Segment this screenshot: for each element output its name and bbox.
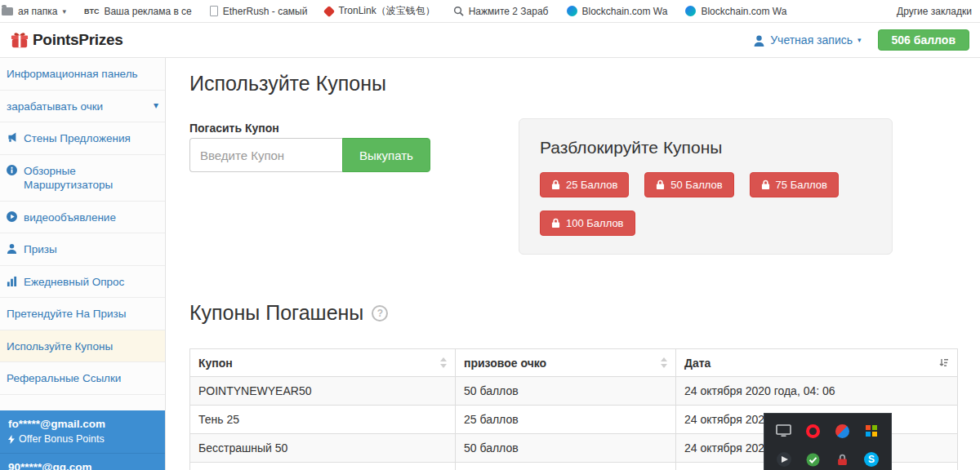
skype-icon[interactable] [857,448,886,470]
account-block[interactable]: 90*****@qq.com Offer Bonus Points [0,454,165,470]
bookmark-label: Blockchain.com Wa [701,6,786,17]
lock-icon [761,180,770,190]
bookmark-item[interactable]: Blockchain.com Wa [567,6,668,17]
bookmark-item[interactable]: EtherRush - самый [210,6,308,17]
unlock-card-title: Разблокируйте Купоны [540,138,871,157]
redeem-coupon-label: Погасить Купон [189,122,279,135]
bookmark-item[interactable]: BTC Ваша реклама в се [84,6,192,17]
points-badge[interactable]: 506 баллов [878,29,969,51]
bolt-icon [8,435,15,444]
cell-coupon: POINTYNEWYEAR50 [190,377,456,406]
cell-coupon: Бесстрашный 50 [190,434,456,463]
main-content: Используйте Купоны Погасить Купон Выкупа… [166,58,980,470]
colored-app-icon[interactable] [828,419,858,442]
unlock-75-button[interactable]: 75 Баллов [750,172,839,197]
sidebar-accounts: fo*****@gmail.com Offer Bonus Points 90*… [0,410,165,470]
account-block[interactable]: fo*****@gmail.com Offer Bonus Points [0,410,165,454]
column-header-coupon[interactable]: Купон [190,349,456,377]
redeem-group: Выкупать [189,138,430,172]
unlock-coupons-card: Разблокируйте Купоны 25 Баллов 50 Баллов… [519,118,893,255]
column-header-points[interactable]: призовое очко [456,349,676,377]
sidebar-item-label: Используйте Купоны [7,339,113,354]
sort-amount-icon [939,358,949,368]
blockchain-icon [567,6,577,16]
green-check-icon[interactable] [799,448,828,470]
sidebar-item-use-coupons[interactable]: Используйте Купоны [0,330,165,363]
sort-both-icon [440,357,447,368]
bookmark-item[interactable]: Нажмите 2 Зараб [453,6,549,17]
unlock-100-button[interactable]: 100 Баллов [540,211,635,236]
btc-icon: BTC [84,7,100,16]
sidebar-item-label: видеообъявление [24,211,116,225]
account-menu[interactable]: Учетная запись ▾ [753,33,861,47]
bookmarks-bar: ая папка ▾ BTC Ваша реклама в се EtherRu… [0,0,980,23]
opera-icon[interactable] [799,419,828,442]
sidebar-item-label: Информационная панель [7,67,138,82]
sort-both-icon [661,357,667,368]
cell-points: 50 баллов [456,434,676,463]
cell-coupon: Тень 25 [190,406,456,434]
unlock-50-button[interactable]: 50 Баллов [644,172,733,197]
colored-grid-icon[interactable] [857,419,886,442]
pointsprizes-logo[interactable]: PointsPrizes [11,31,122,49]
sidebar-item-video-ads[interactable]: видеообъявление [0,202,165,234]
unlock-button-label: 100 Баллов [566,217,624,229]
column-header-date[interactable]: Дата [676,349,958,377]
coupon-input[interactable] [189,138,342,172]
unlock-buttons: 25 Баллов 50 Баллов 75 Баллов 100 Баллов [540,172,858,236]
column-header-label: Купон [198,357,233,370]
history-title-label: Купоны Погашены [189,301,363,325]
sidebar-item-label: Обзорные Маршрутизаторы [24,164,158,193]
sidebar-item-survey-routers[interactable]: Обзорные Маршрутизаторы [0,155,165,202]
account-email: 90*****@qq.com [8,461,157,470]
sidebar-item-dashboard[interactable]: Информационная панель [0,58,165,91]
bookmark-label: TronLink（波宝钱包） [338,4,434,18]
bookmark-label: Нажмите 2 Зараб [469,6,549,17]
bookmark-item[interactable]: TronLink（波宝钱包） [325,4,434,18]
sidebar-item-label: Стены Предложения [24,131,131,146]
cell-points: 50 баллов [456,377,676,406]
account-email: fo*****@gmail.com [8,418,157,430]
chevron-down-icon: ▾ [62,7,66,16]
unlock-button-label: 25 Баллов [566,179,617,191]
sidebar-item-daily-poll[interactable]: Ежедневный Опрос [0,266,165,299]
lock-icon [551,180,560,190]
bookmark-item-folder[interactable]: ая папка ▾ [2,6,66,17]
lock-icon[interactable] [828,448,858,470]
redeem-button[interactable]: Выкупать [342,138,430,172]
blockchain-icon [685,6,696,16]
sidebar-item-label: Призы [24,242,57,257]
cell-date: 24 октября 2020 года, 04: 06 [676,377,958,406]
help-icon[interactable] [372,305,388,321]
sidebar-item-prizes[interactable]: Призы [0,233,165,266]
bookmark-item[interactable]: Blockchain.com Wa [685,6,786,17]
sidebar-item-label: Ежедневный Опрос [24,275,124,290]
other-bookmarks[interactable]: Другие закладки [897,6,972,17]
page-icon [210,6,218,16]
unlock-button-label: 75 Баллов [776,179,827,191]
tronlink-icon [323,5,335,16]
sidebar-item-claim-prizes[interactable]: Претендуйте На Призы [0,298,165,330]
chevron-down-icon: ▾ [858,36,862,44]
chevron-down-icon: ▾ [154,100,158,113]
sidebar-item-offer-walls[interactable]: Стены Предложения [0,122,165,155]
search-icon [453,6,464,16]
unlock-button-label: 50 Баллов [670,179,722,191]
sidebar-item-label: Реферальные Ссылки [7,371,121,386]
bookmark-label: Ваша реклама в се [104,6,191,17]
unlock-25-button[interactable]: 25 Баллов [540,172,629,197]
sidebar-item-earn-points[interactable]: зарабатывать очки ▾ [0,91,165,123]
monitor-icon[interactable] [769,419,799,442]
info-icon [7,165,17,175]
prizes-icon [7,243,17,254]
bookmark-label: Blockchain.com Wa [582,6,668,17]
page-title: Используйте Купоны [189,72,386,95]
cell-points: 25 баллов [456,406,676,434]
play-icon [7,211,17,222]
chart-icon [7,276,17,286]
sidebar: Информационная панель зарабатывать очки … [0,58,166,470]
media-player-icon[interactable] [769,448,799,470]
sidebar-item-referral-links[interactable]: Реферальные Ссылки [0,362,165,395]
folder-icon [2,7,13,16]
megaphone-icon [7,132,17,143]
